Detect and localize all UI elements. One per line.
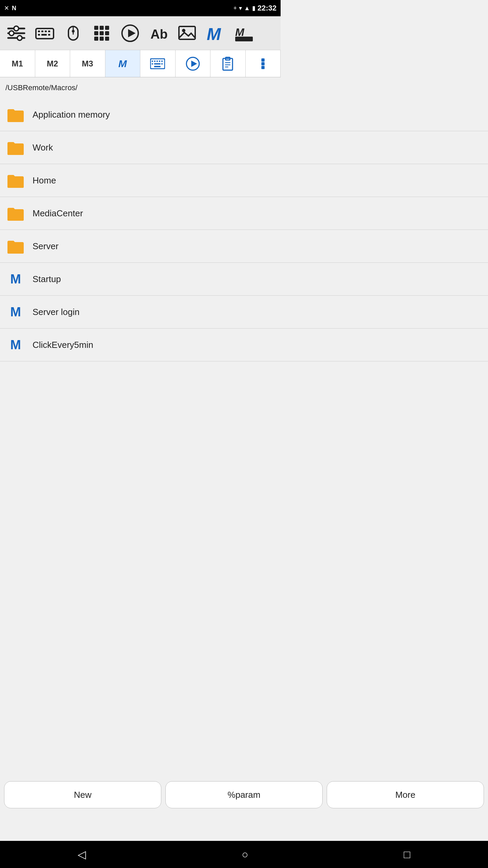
file-name: Server login (33, 307, 80, 317)
tab-m-active[interactable]: M (105, 50, 141, 77)
macro-m-toolbar-button[interactable]: M (202, 20, 229, 47)
svg-rect-24 (100, 37, 104, 41)
status-bar-right: + ▾ ▲ ▮ 22:32 (233, 4, 277, 13)
mouse-icon (64, 24, 83, 43)
list-item[interactable]: Work (0, 131, 281, 164)
svg-text:M: M (207, 25, 221, 43)
svg-rect-8 (41, 31, 43, 32)
svg-point-4 (9, 31, 14, 36)
n-icon: N (12, 5, 16, 12)
sliders-icon (7, 24, 26, 43)
image-toolbar-button[interactable] (174, 20, 201, 47)
clipboard-tab-icon (220, 56, 235, 71)
tab-m1[interactable]: M1 (0, 50, 35, 77)
tab-m3[interactable]: M3 (70, 50, 105, 77)
svg-rect-57 (7, 211, 24, 221)
svg-point-30 (182, 29, 185, 32)
keyboard-tab-icon (150, 58, 165, 69)
keyboard-toolbar-button[interactable] (31, 20, 58, 47)
list-item[interactable]: Home (0, 164, 281, 197)
mouse-toolbar-button[interactable] (60, 20, 87, 47)
svg-rect-13 (48, 34, 50, 36)
notification-x-icon: ✕ (4, 4, 9, 12)
toolbar-top: Ab M M (0, 16, 281, 50)
macro-icon: M (5, 302, 26, 322)
file-name: MediaCenter (33, 208, 83, 219)
svg-rect-12 (41, 34, 47, 36)
svg-rect-21 (100, 31, 104, 35)
svg-rect-52 (261, 62, 264, 65)
svg-rect-6 (36, 28, 54, 39)
bluetooth-icon: + (233, 5, 237, 12)
svg-marker-45 (191, 60, 197, 67)
svg-rect-19 (105, 26, 109, 30)
svg-text:M: M (235, 26, 245, 38)
list-item[interactable]: M Server login (0, 296, 281, 329)
svg-rect-25 (105, 37, 109, 41)
tab-clipboard[interactable] (210, 50, 246, 77)
svg-rect-9 (45, 31, 47, 32)
status-time: 22:32 (258, 4, 277, 13)
svg-rect-36 (154, 60, 156, 62)
macro-tab-bar: M1 M2 M3 M (0, 50, 281, 77)
grid-icon (92, 24, 111, 43)
status-bar-left: ✕ N (4, 4, 16, 12)
tab-play[interactable] (176, 50, 211, 77)
tab-more-dots[interactable] (246, 50, 281, 77)
svg-marker-27 (128, 29, 136, 37)
svg-rect-40 (152, 63, 153, 64)
keyboard-icon (35, 24, 54, 43)
svg-rect-53 (261, 66, 264, 69)
tab-keyboard[interactable] (140, 50, 176, 77)
svg-rect-56 (7, 178, 24, 188)
file-name: Application memory (33, 110, 110, 120)
folder-icon (5, 104, 26, 125)
folder-icon (5, 236, 26, 256)
svg-rect-17 (94, 26, 98, 30)
svg-rect-41 (154, 63, 161, 64)
svg-point-16 (72, 30, 75, 33)
list-item[interactable]: MediaCenter (0, 197, 281, 230)
status-bar: ✕ N + ▾ ▲ ▮ 22:32 (0, 0, 281, 16)
svg-rect-18 (100, 26, 104, 30)
sliders-toolbar-button[interactable] (3, 20, 30, 47)
list-item[interactable]: M ClickEvery5min (0, 329, 281, 361)
tab-m2[interactable]: M2 (35, 50, 70, 77)
file-name: Startup (33, 274, 61, 284)
svg-point-3 (14, 26, 19, 31)
svg-rect-39 (161, 60, 163, 62)
wifi-icon: ▾ (239, 4, 242, 12)
svg-rect-29 (179, 26, 195, 39)
svg-rect-58 (7, 243, 24, 254)
svg-point-5 (17, 36, 22, 40)
folder-icon (5, 137, 26, 158)
more-dots-tab-icon (258, 56, 268, 71)
file-name: Home (33, 175, 56, 186)
svg-rect-35 (152, 60, 153, 62)
file-list: Application memory Work Home (0, 98, 281, 361)
svg-rect-38 (159, 60, 160, 62)
blue-m-icon: M (206, 24, 225, 43)
svg-rect-37 (157, 60, 158, 62)
macro-grid-toolbar-button[interactable]: M (230, 20, 258, 47)
content-area: /USBRemote/Macros/ Application memory Wo… (0, 77, 281, 499)
text-toolbar-button[interactable]: Ab (145, 20, 172, 47)
file-name: ClickEvery5min (33, 340, 93, 350)
list-item[interactable]: Application memory (0, 98, 281, 131)
macro-icon: M (5, 335, 26, 355)
folder-icon (5, 203, 26, 223)
list-item[interactable]: Server (0, 230, 281, 263)
signal-icon: ▲ (244, 5, 250, 12)
svg-rect-22 (105, 31, 109, 35)
file-name: Work (33, 142, 53, 153)
svg-rect-55 (7, 145, 24, 155)
play-icon (121, 24, 140, 43)
numpad-toolbar-button[interactable] (88, 20, 115, 47)
list-item[interactable]: M Startup (0, 263, 281, 296)
svg-rect-20 (94, 31, 98, 35)
svg-rect-11 (38, 34, 40, 36)
macro-grid-icon: M (235, 24, 253, 43)
svg-rect-54 (7, 112, 24, 122)
battery-icon: ▮ (252, 4, 256, 12)
play-toolbar-button[interactable] (117, 20, 144, 47)
